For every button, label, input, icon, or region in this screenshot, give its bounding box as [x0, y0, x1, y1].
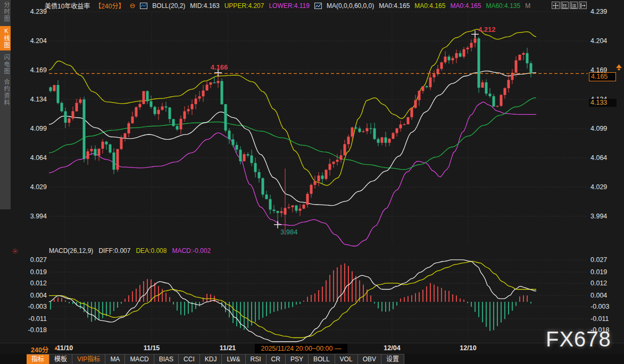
candle	[150, 96, 153, 109]
y-axis-label: 4.064	[590, 154, 620, 162]
candle	[515, 56, 518, 77]
candle	[128, 122, 130, 138]
y-axis-label: 0.012	[590, 279, 620, 287]
indicator-toolbar: 指标模板VIP指标MAMACDBIASCCIKDJLW&RSICRPSYBOLL…	[0, 354, 624, 364]
candle	[292, 206, 294, 213]
candle	[321, 172, 324, 183]
candle	[165, 102, 168, 112]
ma0-white-value: MA0:4.165	[379, 2, 410, 10]
indicator-settings-icon[interactable]	[11, 247, 19, 257]
candle	[440, 62, 443, 71]
candle	[306, 192, 309, 207]
candle	[519, 54, 521, 60]
candlestick-chart-canvas[interactable]: 4.1664.2123.984	[0, 0, 624, 343]
candle	[221, 79, 223, 105]
sidebar-item-flash-chart[interactable]: 闪电图	[0, 54, 11, 75]
candle	[370, 123, 372, 134]
y-axis-label: 0.027	[590, 256, 620, 264]
candle	[381, 137, 384, 146]
y-axis-label: 0.019	[590, 268, 620, 276]
macd-diff-value: DIFF:0.007	[98, 247, 130, 255]
toolbar-tab-指标[interactable]: 指标	[27, 354, 49, 364]
toolbar-tab-CCI[interactable]: CCI	[179, 354, 200, 364]
y-axis-label: 4.064	[18, 154, 47, 162]
candle	[195, 95, 197, 109]
x-axis-label: 11/21	[212, 344, 244, 352]
toolbar-tab-模板[interactable]: 模板	[49, 354, 72, 364]
candle	[72, 106, 74, 120]
y-axis-label: -0.003	[590, 302, 620, 311]
candle	[414, 95, 417, 109]
toolbar-tab-BOLL[interactable]: BOLL	[309, 354, 335, 364]
y-axis-label: 4.204	[590, 37, 620, 45]
candle	[481, 80, 484, 88]
pan-tool-icon[interactable]	[552, 2, 560, 9]
candle	[426, 85, 428, 88]
candle	[388, 138, 391, 146]
toolbar-tab-RSI[interactable]: RSI	[246, 354, 267, 364]
toolbar-tab-PSY[interactable]: PSY	[286, 354, 309, 364]
sidebar-item-time-chart[interactable]: 分时图	[0, 2, 11, 22]
candle	[191, 99, 194, 115]
candle	[437, 65, 439, 76]
candle	[198, 91, 201, 101]
toolbar-tab-CR[interactable]: CR	[267, 354, 286, 364]
ma60-value: MA60:4.135	[486, 2, 520, 10]
boll-indicator-icon[interactable]	[140, 3, 147, 9]
y-axis-label: 4.239	[590, 7, 620, 16]
toolbar-tab-OBV[interactable]: OBV	[358, 354, 381, 364]
candle	[172, 118, 175, 126]
ma-suffix: M	[525, 2, 530, 10]
y-axis-label: -0.003	[18, 302, 47, 311]
pan-right-icon[interactable]	[579, 2, 587, 9]
candle	[418, 90, 421, 106]
candle	[470, 39, 473, 52]
sidebar-item-contract-info[interactable]: 合约资料	[0, 79, 11, 106]
candle	[366, 123, 369, 134]
candle	[336, 154, 339, 166]
candle	[169, 107, 171, 123]
sidebar-item-candlestick-chart[interactable]: K线图	[0, 26, 11, 50]
toolbar-tab-MA[interactable]: MA	[105, 354, 125, 364]
ma-indicator-icon[interactable]	[314, 3, 322, 9]
toolbar-tab-LW&[interactable]: LW&	[222, 354, 245, 364]
x-axis-label: 12/10	[452, 344, 484, 352]
x-axis-label: 12/04	[376, 344, 408, 352]
candle	[57, 80, 60, 104]
candle	[251, 150, 253, 166]
candle	[359, 126, 361, 133]
candle	[61, 101, 63, 113]
toolbar-tab-VIP指标[interactable]: VIP指标	[72, 354, 105, 364]
collapse-icon[interactable]: ⊖	[129, 2, 135, 10]
candle	[146, 90, 149, 104]
candle	[273, 205, 276, 214]
y-axis-label: 4.239	[18, 7, 47, 16]
candle	[53, 84, 56, 91]
zoom-x-axis-icon[interactable]	[570, 2, 578, 9]
toolbar-tab-设置[interactable]: 设置	[381, 354, 404, 364]
period-selector[interactable]: 240分	[31, 344, 48, 354]
y-axis-label: 4.099	[590, 124, 620, 133]
candle	[329, 159, 331, 176]
candlestick-series	[49, 34, 533, 234]
boll-name: BOLL(20,2)	[152, 2, 185, 10]
y-axis-label: 4.169	[18, 66, 47, 74]
boll_lower-line	[49, 102, 536, 246]
candle	[83, 97, 86, 163]
zoom-y-axis-icon[interactable]	[561, 2, 569, 9]
candle	[98, 148, 101, 160]
candle	[280, 207, 283, 217]
candle	[135, 106, 138, 118]
candle	[478, 37, 480, 92]
x-axis-label: 11/15	[136, 344, 168, 352]
toolbar-tab-KDJ[interactable]: KDJ	[200, 354, 222, 364]
x-axis-row: 240分 ▲ 11/1011/1511/2112/0412/10 2025/11…	[0, 343, 624, 354]
candle	[396, 128, 398, 137]
secondary-price-tag: 4.133	[589, 99, 617, 107]
candle	[288, 204, 290, 209]
macd-dea-value: DEA:0.008	[136, 247, 167, 255]
toolbar-tab-BIAS[interactable]: BIAS	[154, 354, 179, 364]
toolbar-tab-MACD[interactable]: MACD	[125, 354, 154, 364]
toolbar-tab-VOL[interactable]: VOL	[335, 354, 358, 364]
candle	[184, 106, 186, 122]
